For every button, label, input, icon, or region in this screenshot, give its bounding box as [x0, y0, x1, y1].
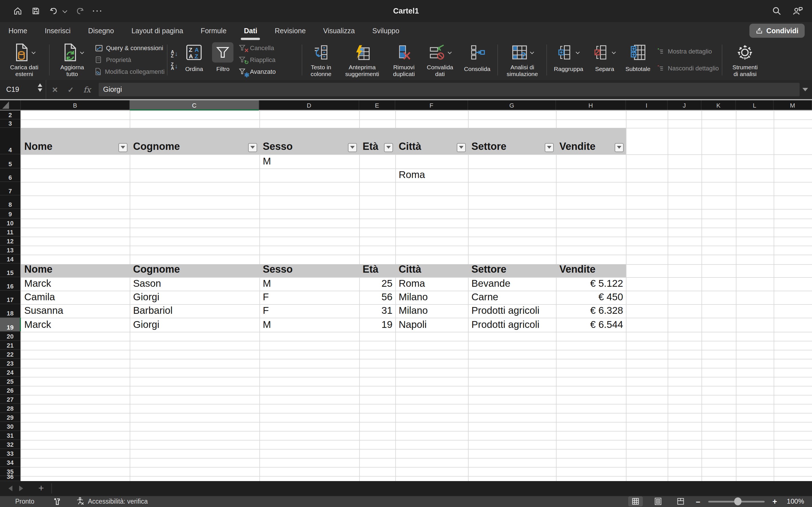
- filter-dropdown-città[interactable]: [457, 143, 466, 152]
- consolidate-button[interactable]: Consolida: [459, 41, 496, 79]
- cell-grid[interactable]: NomeCognomeSessoEtàCittàSettoreVenditeMR…: [21, 110, 812, 481]
- row-header-12[interactable]: 12: [0, 237, 20, 245]
- row-header-6[interactable]: 6: [0, 168, 20, 182]
- row-header-18[interactable]: 18: [0, 304, 20, 318]
- cell-B4[interactable]: Nome: [21, 128, 130, 154]
- cell-F15[interactable]: Città: [396, 264, 468, 277]
- row-header-19[interactable]: 19: [0, 318, 20, 332]
- row-header-32[interactable]: 32: [0, 440, 20, 449]
- what-if-analysis-button[interactable]: ? Analisi disimulazione: [500, 41, 545, 79]
- page-layout-view-button[interactable]: [651, 497, 665, 507]
- cell-F19[interactable]: Napoli: [396, 318, 468, 332]
- cell-D5[interactable]: M: [260, 154, 359, 168]
- insert-function-icon[interactable]: fx: [84, 85, 91, 94]
- row-header-13[interactable]: 13: [0, 245, 20, 255]
- cell-B15[interactable]: Nome: [21, 264, 130, 277]
- ribbon-tab-home[interactable]: Home: [8, 25, 28, 36]
- ribbon-tab-layout-di-pagina[interactable]: Layout di pagina: [131, 25, 184, 36]
- row-header-14[interactable]: 14: [0, 255, 20, 264]
- row-header-2[interactable]: 2: [0, 111, 20, 119]
- share-button[interactable]: Condividi: [749, 24, 805, 38]
- row-header-27[interactable]: 27: [0, 395, 20, 404]
- cell-H19[interactable]: € 6.544: [557, 318, 626, 332]
- cell-D4[interactable]: Sesso: [260, 128, 359, 154]
- column-header-K[interactable]: K: [702, 100, 736, 110]
- cell-E16[interactable]: 25: [360, 277, 395, 291]
- cell-B17[interactable]: Camila: [21, 291, 130, 304]
- data-validation-button[interactable]: Convalidadati: [421, 41, 459, 79]
- row-header-24[interactable]: 24: [0, 368, 20, 377]
- ribbon-tab-inserisci[interactable]: Inserisci: [44, 25, 71, 36]
- subtotal-button[interactable]: Subtotale: [621, 41, 655, 79]
- row-header-16[interactable]: 16: [0, 277, 20, 291]
- remove-duplicates-button[interactable]: Rimuoviduplicati: [387, 41, 421, 79]
- next-sheet-icon[interactable]: [19, 485, 23, 491]
- cell-H16[interactable]: € 5.122: [557, 277, 626, 291]
- row-header-8[interactable]: 8: [0, 195, 20, 209]
- sort-za-button[interactable]: ZA↓: [171, 62, 178, 70]
- sort-button[interactable]: Z A A Z Ordina: [180, 41, 209, 79]
- add-sheet-button[interactable]: +: [31, 481, 51, 496]
- group-button[interactable]: Raggruppa: [549, 41, 589, 79]
- prev-sheet-icon[interactable]: [8, 485, 12, 491]
- cell-C18[interactable]: Barbariol: [130, 304, 259, 318]
- row-header-3[interactable]: 3: [0, 119, 20, 128]
- zoom-in-button[interactable]: +: [772, 497, 777, 506]
- column-header-C[interactable]: C: [130, 100, 259, 110]
- accessibility-icon[interactable]: [76, 497, 85, 506]
- column-header-H[interactable]: H: [556, 100, 626, 110]
- macro-record-icon[interactable]: [52, 497, 61, 506]
- cell-H15[interactable]: Vendite: [557, 264, 626, 277]
- flash-fill-button[interactable]: Anteprimasuggerimenti: [338, 41, 387, 79]
- filter-dropdown-cognome[interactable]: [248, 143, 257, 152]
- sort-az-button[interactable]: AZ↓: [171, 50, 178, 58]
- cell-G19[interactable]: Prodotti agricoli: [469, 318, 556, 332]
- row-header-36[interactable]: 36: [0, 476, 20, 481]
- cell-E15[interactable]: Età: [360, 264, 395, 277]
- cell-C19[interactable]: Giorgi: [130, 318, 259, 332]
- normal-view-button[interactable]: [628, 497, 643, 507]
- stepper-up-icon[interactable]: [38, 83, 42, 87]
- confirm-entry-icon[interactable]: ✓: [68, 86, 74, 94]
- cell-F17[interactable]: Milano: [396, 291, 468, 304]
- properties-button[interactable]: Proprietà: [94, 55, 164, 65]
- zoom-slider[interactable]: [708, 501, 765, 503]
- search-icon[interactable]: [771, 6, 781, 16]
- row-header-5[interactable]: 5: [0, 154, 20, 168]
- analysis-tools-button[interactable]: Strumentidi analisi: [724, 41, 766, 79]
- formula-input[interactable]: Giorgi: [99, 83, 800, 96]
- cell-G17[interactable]: Carne: [469, 291, 556, 304]
- cell-D17[interactable]: F: [260, 291, 359, 304]
- hide-detail-button[interactable]: Nascondi dettaglio: [656, 63, 719, 73]
- cancel-entry-icon[interactable]: ✕: [52, 86, 58, 94]
- column-header-B[interactable]: B: [21, 100, 130, 110]
- column-header-F[interactable]: F: [395, 100, 468, 110]
- row-header-7[interactable]: 7: [0, 182, 20, 195]
- cell-F16[interactable]: Roma: [396, 277, 468, 291]
- row-header-15[interactable]: 15: [0, 264, 20, 277]
- ribbon-tab-sviluppo[interactable]: Sviluppo: [371, 25, 400, 36]
- cell-H18[interactable]: € 6.328: [557, 304, 626, 318]
- row-header-17[interactable]: 17: [0, 291, 20, 304]
- cell-F6[interactable]: Roma: [396, 168, 468, 182]
- column-header-E[interactable]: E: [359, 100, 395, 110]
- cell-D16[interactable]: M: [260, 277, 359, 291]
- column-header-D[interactable]: D: [259, 100, 359, 110]
- advanced-filter-button[interactable]: ✻ Avanzato: [238, 66, 299, 76]
- load-external-data-button[interactable]: Carica datiesterni: [10, 41, 38, 79]
- cell-G15[interactable]: Settore: [469, 264, 556, 277]
- edit-links-button[interactable]: Modifica collegamenti: [94, 66, 164, 76]
- cell-C15[interactable]: Cognome: [130, 264, 259, 277]
- refresh-all-button[interactable]: Aggiornatutto: [51, 41, 93, 79]
- comments-people-icon[interactable]: [793, 6, 803, 16]
- cell-D18[interactable]: F: [260, 304, 359, 318]
- row-header-29[interactable]: 29: [0, 413, 20, 421]
- row-header-25[interactable]: 25: [0, 377, 20, 386]
- row-header-34[interactable]: 34: [0, 458, 20, 467]
- filter-button[interactable]: Filtro: [209, 41, 237, 79]
- ungroup-button[interactable]: Separa: [589, 41, 621, 79]
- cell-C17[interactable]: Giorgi: [130, 291, 259, 304]
- formula-bar-expand-icon[interactable]: [802, 88, 808, 91]
- ribbon-tab-revisione[interactable]: Revisione: [274, 25, 306, 36]
- filter-dropdown-sesso[interactable]: [348, 143, 357, 152]
